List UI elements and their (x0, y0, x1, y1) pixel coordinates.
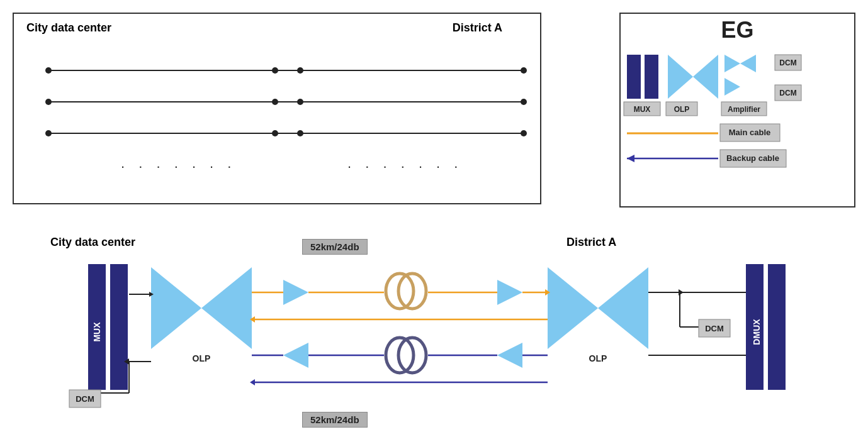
svg-point-20 (521, 130, 527, 136)
svg-marker-59 (283, 280, 308, 305)
svg-text:OLP: OLP (674, 105, 690, 114)
top-left-diagram: City data center District A · · · · · · … (13, 13, 541, 204)
tl-lines-svg: · · · · · · · · · · · · · · (14, 42, 543, 206)
svg-marker-90 (250, 379, 255, 385)
eg-title: EG (721, 17, 753, 43)
tl-district-label: District A (453, 21, 502, 35)
svg-marker-54 (201, 267, 252, 349)
svg-text:DCM: DCM (76, 394, 94, 404)
svg-marker-61 (497, 280, 522, 305)
svg-point-13 (521, 99, 527, 105)
svg-marker-33 (724, 78, 740, 96)
svg-text:· · · · · · ·: · · · · · · · (347, 158, 463, 174)
svg-marker-62 (497, 343, 522, 368)
svg-text:OLP: OLP (193, 353, 211, 363)
svg-marker-53 (151, 267, 201, 349)
tl-city-label: City data center (26, 21, 111, 35)
svg-marker-56 (548, 267, 598, 349)
svg-text:Main cable: Main cable (729, 128, 770, 137)
top-right-legend: EG MUX OLP Amplifier DCM DCM Mai (619, 13, 855, 207)
svg-marker-31 (724, 55, 740, 72)
svg-text:DCM: DCM (779, 58, 796, 67)
svg-marker-27 (668, 55, 693, 99)
svg-marker-32 (740, 55, 756, 72)
svg-rect-51 (768, 264, 786, 390)
svg-text:Backup cable: Backup cable (726, 153, 779, 163)
svg-text:OLP: OLP (589, 353, 607, 363)
svg-marker-28 (693, 55, 718, 99)
svg-text:Amplifier: Amplifier (728, 105, 760, 114)
svg-text:DCM: DCM (779, 89, 796, 97)
svg-marker-57 (598, 267, 648, 349)
svg-text:DCM: DCM (705, 324, 724, 333)
svg-rect-24 (645, 55, 658, 99)
svg-text:MUX: MUX (634, 105, 651, 114)
bottom-svg: MUX DMUX OLP OLP (0, 226, 868, 437)
svg-rect-48 (110, 264, 128, 390)
bottom-diagram: City data center District A 52km/24db 52… (0, 226, 868, 437)
svg-text:· · · · · · ·: · · · · · · · (121, 158, 236, 174)
svg-text:MUX: MUX (92, 322, 102, 342)
svg-text:DMUX: DMUX (752, 319, 762, 345)
svg-rect-23 (627, 55, 641, 99)
eg-svg: MUX OLP Amplifier DCM DCM Main cable Ba (621, 48, 857, 224)
svg-marker-60 (283, 343, 308, 368)
svg-marker-44 (627, 155, 634, 162)
svg-point-6 (521, 67, 527, 74)
